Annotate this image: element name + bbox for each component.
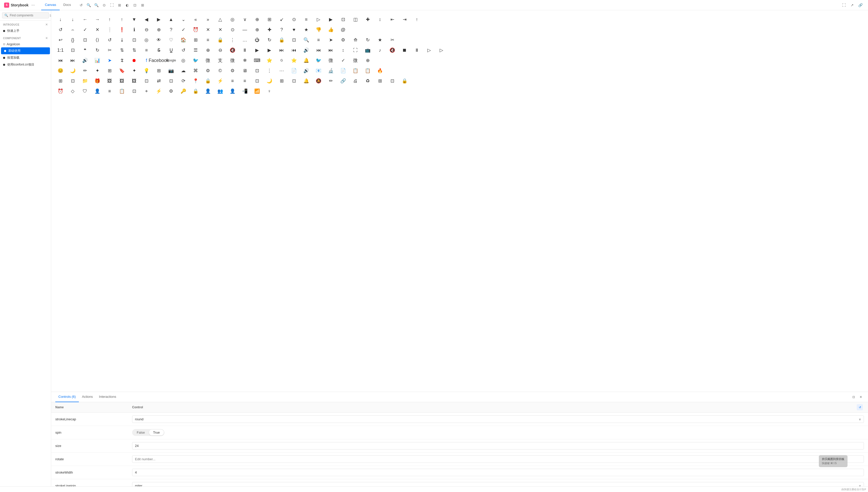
icon-smile[interactable]: 😊	[56, 67, 65, 75]
icon-add[interactable]: ⊕	[253, 26, 261, 34]
icon-menu[interactable]: ≡	[302, 15, 310, 24]
tab-interactions[interactable]: Interactions	[96, 392, 119, 402]
icon-to-left[interactable]: ⇤	[388, 15, 396, 24]
icon-loading[interactable]: ⟳	[179, 77, 188, 85]
input-stroke-width[interactable]	[132, 469, 864, 476]
toggle-option-false[interactable]: False	[132, 429, 149, 436]
icon-wifi[interactable]: 📶	[253, 87, 261, 95]
sidebar-item-use-iconfont[interactable]: 使用iconfont.cn项目	[0, 61, 51, 68]
icon-more-vertical[interactable]: ⋮	[228, 36, 237, 44]
icon-swap[interactable]: ↕	[339, 46, 347, 54]
icon-bell-brand[interactable]: 🔔	[302, 56, 310, 65]
icon-play[interactable]: ▶	[253, 46, 261, 54]
background-icon[interactable]: ◐	[124, 2, 131, 9]
icon-close-circle[interactable]: ✕	[93, 26, 101, 34]
icon-skip-back[interactable]: ⏮	[290, 46, 298, 54]
select-stroke-linejoin[interactable]: miter ∨	[132, 482, 864, 486]
icon-thunder[interactable]: ⚡	[216, 77, 224, 85]
icon-file4[interactable]: 📋	[364, 67, 372, 75]
tab-actions[interactable]: Actions	[79, 392, 96, 402]
toggle-option-true[interactable]: True	[149, 429, 164, 436]
icon-volume[interactable]: 🔊	[81, 56, 89, 65]
icon-speaker[interactable]: 🔊	[302, 67, 310, 75]
icon-rewind[interactable]: ⏮	[314, 46, 322, 54]
icon-chart[interactable]: 📊	[93, 56, 101, 65]
icon-email[interactable]: 📧	[314, 67, 322, 75]
icon-home[interactable]: 🏠	[179, 36, 188, 44]
more-options-button[interactable]: ···	[30, 2, 36, 8]
icon-arrow-up2[interactable]: ↑	[118, 15, 126, 24]
icon-close2[interactable]: ✕	[216, 26, 224, 34]
measure-icon[interactable]: ⊞	[139, 2, 146, 9]
icon-command[interactable]: ⌘	[192, 67, 200, 75]
icon-fast-forward[interactable]: ⏭	[327, 46, 335, 54]
icon-dots2[interactable]: ⋯	[278, 67, 286, 75]
icon-mobile[interactable]: 📲	[241, 87, 249, 95]
icon-table[interactable]: ⊡	[142, 77, 150, 85]
icon-list2[interactable]: ≡	[228, 77, 237, 85]
icon-bell-off[interactable]: 🔔	[302, 77, 310, 85]
icon-arrow-right[interactable]: →	[93, 15, 101, 24]
icon-underline[interactable]: U̲	[167, 46, 175, 54]
icon-mute[interactable]: 🔇	[228, 46, 237, 54]
icon-list3[interactable]: ≡	[241, 77, 249, 85]
fullscreen-icon[interactable]: ⛶	[108, 2, 116, 9]
icon-clock[interactable]: ⏰	[192, 26, 200, 34]
icon-download[interactable]: ⤓	[118, 36, 126, 44]
icon-question[interactable]: ?	[278, 26, 286, 34]
icon-to-right[interactable]: ⇥	[401, 15, 409, 24]
icon-experiment[interactable]: 🔬	[327, 67, 335, 75]
icon-search[interactable]: 🔍	[302, 36, 310, 44]
icon-cloud[interactable]: ☁	[179, 67, 188, 75]
icon-share[interactable]: ↻	[364, 36, 372, 44]
icon-lock2[interactable]: 🔒	[204, 77, 212, 85]
icon-quote[interactable]: ❝	[81, 46, 89, 54]
icon-share2[interactable]: ⟰	[351, 36, 360, 44]
icon-link[interactable]: 🔗	[339, 77, 347, 85]
zoom-reset-icon[interactable]: ⊙	[101, 2, 108, 9]
icon-caret-left[interactable]: ◀	[142, 15, 150, 24]
icon-star2[interactable]: ★	[376, 36, 384, 44]
icon-person[interactable]: 👤	[93, 87, 101, 95]
icon-eye[interactable]: 👁	[155, 36, 163, 44]
icon-clock2[interactable]: ⏰	[56, 87, 65, 95]
icon-rectangle[interactable]: ◫	[351, 15, 360, 24]
icon-drag[interactable]: ⌖	[142, 87, 150, 95]
icon-fire[interactable]: 🔥	[376, 67, 384, 75]
icon-unordered-list[interactable]: ☰	[192, 46, 200, 54]
component-close-icon[interactable]: ✕	[45, 36, 48, 40]
icon-dots[interactable]: ⋮	[265, 67, 273, 75]
icon-zoom-in[interactable]: ⊕	[204, 46, 212, 54]
icon-play-outline[interactable]: ▷	[314, 15, 322, 24]
icon-grid3[interactable]: ⊡	[290, 77, 298, 85]
icon-grid5[interactable]: ⊡	[388, 77, 396, 85]
icon-caret-right[interactable]: ▶	[155, 15, 163, 24]
icon-setting[interactable]: ⚙	[339, 36, 347, 44]
icon-github[interactable]: ⌨	[253, 56, 261, 65]
icon-info-circle[interactable]: ℹ	[130, 26, 138, 34]
reset-icon[interactable]: ↺	[857, 404, 863, 410]
icon-record2[interactable]: ⏺	[130, 56, 138, 65]
icon-copyright[interactable]: ©	[216, 67, 224, 75]
sidebar-item-load-more[interactable]: 按需加载	[0, 54, 51, 61]
icon-lines[interactable]: ≡	[142, 46, 150, 54]
icon-dislike[interactable]: 👎	[314, 26, 322, 34]
icon-question-circle[interactable]: ?	[167, 26, 175, 34]
icon-diamond[interactable]: ◇	[69, 87, 77, 95]
icon-print[interactable]: 🖨	[351, 77, 360, 85]
icon-dash[interactable]: —	[241, 26, 249, 34]
icon-plus-circle2[interactable]: ⊕	[155, 26, 163, 34]
icon-twitter[interactable]: 🐦	[192, 56, 200, 65]
icon-cut[interactable]: ✂	[388, 36, 396, 44]
icon-scan[interactable]: ⊡	[290, 36, 298, 44]
icon-female[interactable]: ♀	[265, 87, 273, 95]
icon-heart2[interactable]: ♡	[167, 36, 175, 44]
icon-user-group[interactable]: 👥	[216, 87, 224, 95]
tab-controls[interactable]: Controls (6)	[55, 392, 79, 402]
icon-gift[interactable]: 🎁	[93, 77, 101, 85]
icon-folder[interactable]: 📁	[81, 77, 89, 85]
icon-check[interactable]: ✓	[179, 26, 188, 34]
icon-code-square[interactable]: ⊡	[81, 36, 89, 44]
icon-move[interactable]: ⊕	[253, 15, 261, 24]
icon-exclamation-circle[interactable]: ❗	[118, 26, 126, 34]
